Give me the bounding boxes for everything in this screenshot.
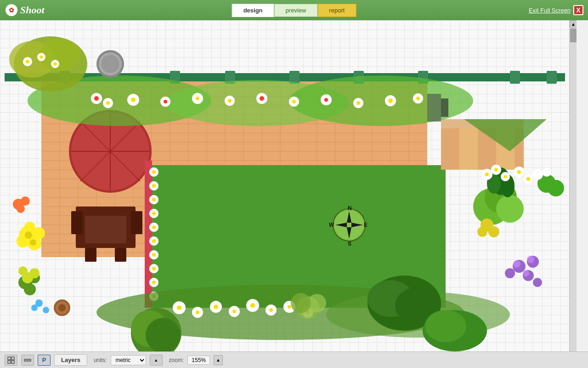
svg-rect-53 xyxy=(459,128,478,170)
zoom-label: zoom: xyxy=(169,357,184,363)
svg-point-111 xyxy=(131,98,136,102)
svg-point-139 xyxy=(196,310,199,314)
svg-point-108 xyxy=(260,96,264,101)
svg-point-183 xyxy=(43,307,49,313)
svg-point-159 xyxy=(527,256,534,263)
svg-rect-222 xyxy=(427,94,441,121)
svg-point-221 xyxy=(58,304,66,311)
svg-point-181 xyxy=(24,283,36,295)
svg-point-89 xyxy=(152,281,156,284)
svg-rect-49 xyxy=(547,71,557,84)
svg-point-218 xyxy=(291,293,311,313)
scroll-right-thumb[interactable] xyxy=(570,29,577,42)
svg-point-168 xyxy=(54,63,57,66)
svg-point-171 xyxy=(101,55,119,73)
svg-point-81 xyxy=(152,170,156,174)
svg-point-187 xyxy=(17,205,25,213)
svg-rect-228 xyxy=(11,361,14,363)
svg-point-138 xyxy=(177,305,181,310)
header: ✿ Shoot design preview report Exit Full … xyxy=(0,0,588,20)
canvas-area[interactable]: N S E W xyxy=(0,20,577,361)
units-label: units: xyxy=(94,357,107,363)
svg-rect-226 xyxy=(11,357,14,360)
svg-point-114 xyxy=(292,100,296,104)
svg-point-213 xyxy=(526,177,530,181)
svg-text:W: W xyxy=(329,222,334,228)
zoom-value: 155% xyxy=(187,356,210,365)
svg-point-112 xyxy=(196,97,199,100)
svg-point-177 xyxy=(25,231,32,239)
svg-point-87 xyxy=(152,253,156,257)
svg-point-162 xyxy=(39,39,80,71)
svg-point-142 xyxy=(250,303,255,308)
svg-text:N: N xyxy=(348,205,352,212)
svg-point-88 xyxy=(152,267,156,270)
svg-point-210 xyxy=(494,168,498,172)
svg-point-107 xyxy=(164,100,167,104)
exit-fullscreen-button[interactable]: Exit Full Screen xyxy=(529,7,571,14)
tab-preview[interactable]: preview xyxy=(274,4,318,17)
svg-text:E: E xyxy=(364,222,368,228)
units-up-button[interactable]: ▲ xyxy=(150,355,163,366)
svg-point-154 xyxy=(505,268,515,278)
svg-rect-48 xyxy=(510,71,520,84)
tab-report[interactable]: report xyxy=(317,4,356,17)
ruler-button[interactable] xyxy=(21,355,34,366)
units-select[interactable]: metric imperial xyxy=(111,355,146,365)
svg-point-198 xyxy=(477,227,487,237)
layers-button[interactable]: Layers xyxy=(54,354,87,366)
svg-point-117 xyxy=(416,97,420,100)
svg-point-116 xyxy=(388,98,393,103)
svg-point-106 xyxy=(94,96,99,101)
svg-point-186 xyxy=(21,196,30,206)
logo-icon: ✿ xyxy=(6,4,17,16)
svg-point-144 xyxy=(288,305,291,309)
svg-rect-66 xyxy=(71,211,83,234)
svg-point-193 xyxy=(29,268,40,278)
scrollbar-right[interactable]: ▲ xyxy=(569,20,577,361)
svg-point-215 xyxy=(425,310,466,342)
grid-view-button[interactable] xyxy=(5,355,17,366)
svg-point-84 xyxy=(152,212,156,215)
app-title: Shoot xyxy=(20,4,45,16)
svg-point-167 xyxy=(40,56,43,59)
close-button[interactable]: X xyxy=(573,5,583,15)
main-content: N S E W xyxy=(0,20,588,368)
svg-point-151 xyxy=(496,195,524,223)
svg-point-140 xyxy=(214,305,218,309)
scroll-up-button[interactable]: ▲ xyxy=(570,20,577,28)
p-button[interactable]: P xyxy=(38,355,51,366)
svg-rect-68 xyxy=(85,248,96,262)
svg-point-115 xyxy=(356,101,360,105)
status-bar: P Layers units: metric imperial ▲ zoom: … xyxy=(0,351,588,368)
svg-point-176 xyxy=(33,227,45,239)
exit-area: Exit Full Screen X xyxy=(529,5,583,15)
svg-point-141 xyxy=(232,310,236,313)
svg-rect-227 xyxy=(8,361,11,363)
svg-point-110 xyxy=(106,101,110,105)
svg-point-109 xyxy=(324,98,328,102)
svg-rect-67 xyxy=(131,211,142,234)
svg-point-209 xyxy=(485,172,489,176)
svg-point-113 xyxy=(228,99,232,103)
svg-rect-69 xyxy=(115,248,126,262)
garden-design: N S E W xyxy=(5,25,565,351)
svg-point-157 xyxy=(513,260,520,268)
svg-point-207 xyxy=(532,169,543,180)
svg-point-86 xyxy=(152,239,156,243)
svg-rect-65 xyxy=(85,216,126,243)
svg-rect-223 xyxy=(441,98,445,117)
svg-point-158 xyxy=(523,270,529,276)
svg-point-184 xyxy=(31,305,38,311)
logo-area: ✿ Shoot xyxy=(0,4,45,16)
tab-design[interactable]: design xyxy=(232,4,274,17)
svg-point-197 xyxy=(488,226,499,237)
zoom-up-button[interactable]: ▲ xyxy=(214,355,223,365)
svg-point-156 xyxy=(533,278,542,287)
svg-rect-52 xyxy=(441,128,459,170)
svg-point-195 xyxy=(548,180,564,196)
svg-rect-225 xyxy=(8,357,11,360)
tab-bar: design preview report xyxy=(232,4,356,17)
svg-text:S: S xyxy=(348,241,351,247)
svg-point-208 xyxy=(542,167,551,177)
